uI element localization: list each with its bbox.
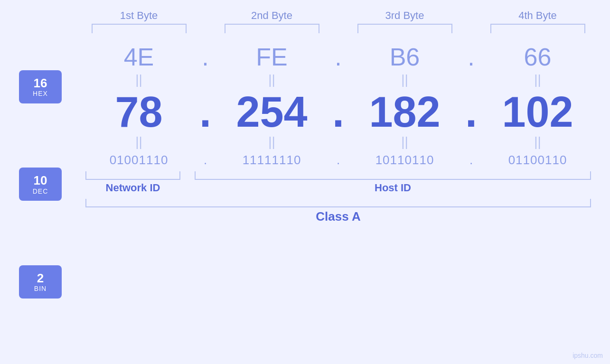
- labels-column: 16 HEX 10 DEC 2 BIN: [19, 38, 85, 359]
- bin-b1: 01001110: [92, 153, 187, 168]
- equals-row-2: || || || ||: [85, 134, 591, 149]
- hex-badge-label: HEX: [33, 90, 48, 97]
- watermark: ipshu.com: [572, 352, 603, 359]
- eq1-b3: ||: [357, 72, 452, 87]
- eq2-b4: ||: [490, 134, 585, 149]
- byte1-header: 1st Byte: [92, 9, 187, 22]
- equals-row-1: || || || ||: [85, 72, 591, 87]
- hex-b4: 66: [490, 43, 585, 71]
- dec-badge-label: DEC: [33, 187, 48, 195]
- dec-badge-number: 10: [34, 174, 47, 187]
- bracket-top-2: [225, 24, 319, 33]
- eq1-b2: ||: [225, 72, 319, 87]
- byte2-header: 2nd Byte: [225, 9, 319, 22]
- dec-dot-2: .: [331, 91, 346, 133]
- hex-badge: 16 HEX: [19, 70, 62, 103]
- bin-dot-3: .: [464, 153, 479, 168]
- bottom-brackets-row: [85, 171, 591, 180]
- byte3-header: 3rd Byte: [357, 9, 452, 22]
- bracket-top-3: [357, 24, 452, 33]
- network-host-labels: Network ID Host ID: [85, 182, 591, 194]
- class-bracket: [85, 199, 591, 207]
- main-container: 1st Byte 2nd Byte 3rd Byte 4th Byte 16: [0, 0, 610, 364]
- hex-row: 4E . FE . B6 . 66: [85, 43, 591, 71]
- network-bracket: [85, 171, 180, 180]
- bracket-top-1: [92, 24, 187, 33]
- byte-cols: 1st Byte 2nd Byte 3rd Byte 4th Byte: [85, 9, 591, 22]
- eq2-b2: ||: [225, 134, 319, 149]
- bracket-top-4: [490, 24, 585, 33]
- main-content: 16 HEX 10 DEC 2 BIN 4E . FE: [19, 38, 591, 359]
- top-brackets: [19, 24, 591, 33]
- eq1-b1: ||: [92, 72, 187, 87]
- byte4-header: 4th Byte: [490, 9, 585, 22]
- hex-dot-2: .: [331, 43, 346, 71]
- dec-dot-1: .: [198, 91, 213, 133]
- byte-headers-row: 1st Byte 2nd Byte 3rd Byte 4th Byte: [19, 9, 591, 22]
- bin-badge-label: BIN: [34, 285, 47, 292]
- network-id-label: Network ID: [85, 182, 180, 194]
- bin-row: 01001110 . 11111110 . 10110110 . 0110011…: [85, 153, 591, 168]
- dec-dot-3: .: [464, 91, 479, 133]
- eq2-b3: ||: [357, 134, 452, 149]
- dec-b3: 182: [357, 91, 452, 133]
- bin-dot-2: .: [331, 153, 346, 168]
- hex-b1: 4E: [92, 43, 187, 71]
- eq2-b1: ||: [92, 134, 187, 149]
- dec-b4: 102: [490, 91, 585, 133]
- hex-dot-3: .: [464, 43, 479, 71]
- dec-row: 78 . 254 . 182 . 102: [85, 91, 591, 133]
- dec-b1: 78: [92, 91, 187, 133]
- host-bracket: [195, 171, 591, 180]
- values-area: 4E . FE . B6 . 66 || ||: [85, 38, 591, 359]
- bin-b2: 11111110: [225, 153, 319, 168]
- bin-badge-number: 2: [37, 271, 44, 285]
- bin-dot-1: .: [198, 153, 213, 168]
- class-label: Class A: [85, 209, 591, 224]
- host-id-label: Host ID: [195, 182, 591, 194]
- hex-badge-number: 16: [34, 76, 47, 90]
- bin-badge: 2 BIN: [19, 265, 62, 299]
- hex-b2: FE: [225, 43, 319, 71]
- bin-b3: 10110110: [357, 153, 452, 168]
- dec-b2: 254: [225, 91, 319, 133]
- bin-b4: 01100110: [490, 153, 585, 168]
- hex-dot-1: .: [198, 43, 213, 71]
- eq1-b4: ||: [490, 72, 585, 87]
- hex-b3: B6: [357, 43, 452, 71]
- dec-badge: 10 DEC: [19, 168, 62, 201]
